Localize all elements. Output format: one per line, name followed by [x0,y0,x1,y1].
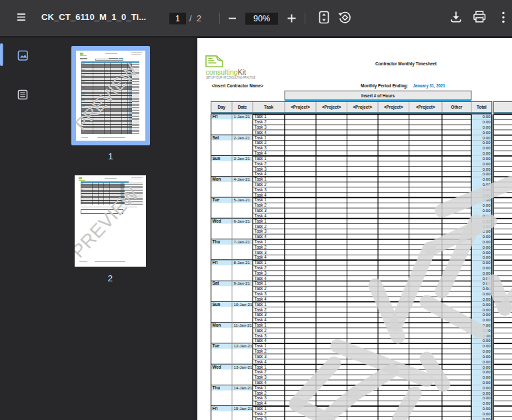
svg-text:PREVIEW: PREVIEW [75,183,143,261]
svg-text:/: / [189,14,192,23]
svg-text:2: 2 [197,14,201,23]
svg-text:PREVIEW: PREVIEW [76,60,141,134]
svg-text:90%: 90% [253,14,270,23]
svg-text:CK_CT_6110_M_1_0_Ti...: CK_CT_6110_M_1_0_Ti... [41,12,146,22]
svg-text:1: 1 [175,14,180,23]
